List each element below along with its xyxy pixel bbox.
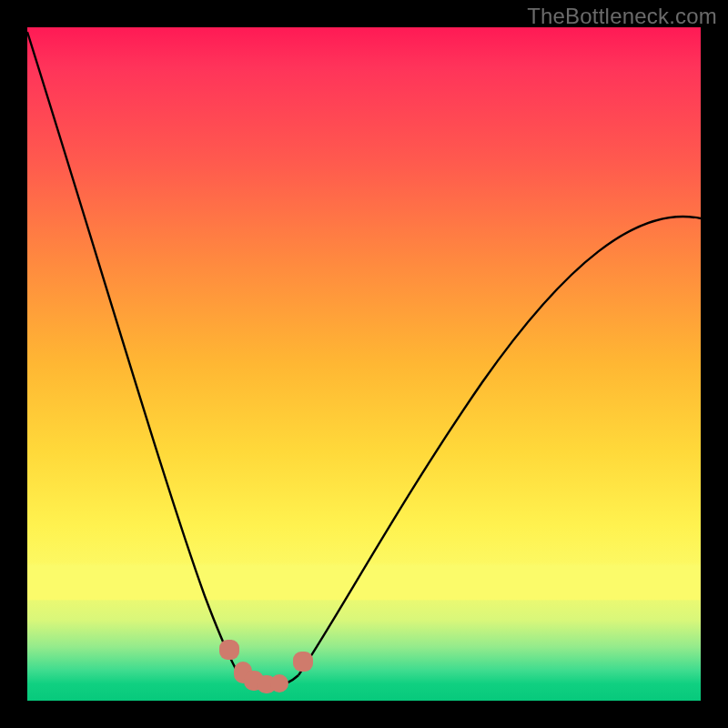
scatter-points-layer <box>27 27 701 701</box>
point-right-cap <box>293 652 313 672</box>
watermark-text: TheBottleneck.com <box>527 4 717 29</box>
plot-area <box>27 27 701 701</box>
chart-frame: TheBottleneck.com <box>0 0 728 728</box>
point-bottom-4 <box>270 674 288 693</box>
point-left-cap <box>219 640 239 660</box>
